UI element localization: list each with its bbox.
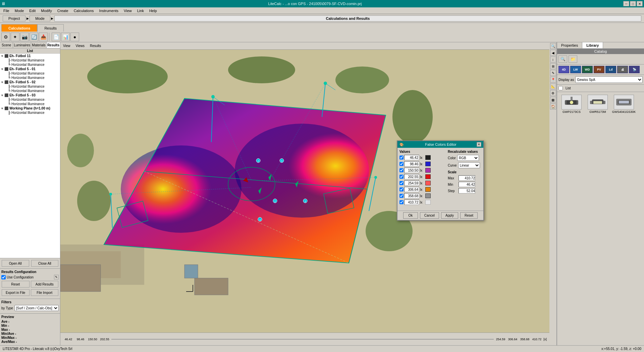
tab-calculations[interactable]: Calculations <box>1 24 37 32</box>
close-button[interactable]: ✕ <box>637 1 643 6</box>
tree-item-13[interactable]: ╠ Horizontal Illuminance <box>0 111 60 115</box>
menu-link[interactable]: Link <box>135 8 147 13</box>
toolbar-circle[interactable]: ● <box>70 33 79 41</box>
side-btn-7[interactable]: 📐 <box>550 83 556 89</box>
tree-item-5[interactable]: ╚ Horizontal Illuminance <box>0 76 60 80</box>
fce-step-input[interactable] <box>459 188 475 193</box>
left-tab-scene[interactable]: Scene <box>0 42 13 48</box>
fce-swatch-5[interactable] <box>425 187 431 192</box>
soft-icon-pv[interactable]: PV <box>594 66 604 73</box>
tree-item-10[interactable]: ╠ Horizontal Illuminance <box>0 97 60 102</box>
toolbar-camera[interactable]: 📷 <box>20 33 29 41</box>
fce-value-0[interactable] <box>404 155 419 160</box>
view-btn-results[interactable]: Results <box>89 44 102 48</box>
breadcrumb-mode[interactable]: Mode <box>30 15 50 21</box>
soft-icon-4d[interactable]: 4D <box>558 66 569 73</box>
side-btn-5[interactable]: ✎ <box>550 70 556 76</box>
fce-value-4[interactable] <box>404 180 419 186</box>
tree-item-0[interactable]: ▼ ⬛ Eh- Fútbol 11 <box>0 54 60 58</box>
toolbar-settings[interactable]: ⚙ <box>1 33 10 41</box>
tree-item-3[interactable]: ▼ ⬛ Eh- Fútbol 5 - 01 <box>0 67 60 71</box>
fce-value-5[interactable] <box>404 187 419 192</box>
side-btn-6[interactable]: 📍 <box>550 77 556 83</box>
breadcrumb-project[interactable]: Project <box>3 15 25 21</box>
open-all-button[interactable]: Open All <box>2 260 29 267</box>
fce-check-6[interactable] <box>399 194 404 198</box>
maximize-button[interactable]: □ <box>630 1 636 6</box>
left-tab-results[interactable]: Results <box>47 42 60 48</box>
toolbar-import[interactable]: 📥 <box>39 33 48 41</box>
soft-icon-ld[interactable]: Ld <box>605 66 616 73</box>
use-config-checkbox[interactable] <box>1 275 6 279</box>
config-edit-button[interactable]: ✎ <box>54 275 59 279</box>
side-btn-1[interactable]: 🔍 <box>550 43 556 49</box>
menu-instruments[interactable]: Instruments <box>97 8 121 13</box>
soft-icon-print[interactable]: 🖨 <box>617 66 628 73</box>
fce-check-7[interactable] <box>399 200 404 204</box>
fce-swatch-1[interactable] <box>425 162 431 166</box>
left-tab-luminaires[interactable]: Luminaires <box>13 42 31 48</box>
right-tab-properties[interactable]: Properties <box>557 42 582 48</box>
fce-curve-select[interactable]: Linear <box>458 162 480 168</box>
side-btn-10[interactable]: 🏠 <box>550 103 556 109</box>
fce-check-4[interactable] <box>399 181 404 185</box>
fce-check-5[interactable] <box>399 187 404 191</box>
side-btn-4[interactable]: ⊞ <box>550 63 556 69</box>
menu-mode[interactable]: Mode <box>12 8 27 13</box>
catalog-search-button[interactable]: 🔍 <box>558 55 567 63</box>
tree-item-6[interactable]: ▼ ⬛ Eh- Fútbol 5 - 02 <box>0 80 60 84</box>
list-checkbox[interactable] <box>558 86 563 90</box>
menu-calculations[interactable]: Calculations <box>71 8 97 13</box>
catalog-folder-button[interactable]: 📁 <box>569 55 577 63</box>
tree-item-2[interactable]: ╚ Horizontal Illuminance <box>0 62 60 67</box>
tree-item-11[interactable]: ╚ Horizontal Illuminance <box>0 102 60 106</box>
reset-button[interactable]: Reset <box>2 281 30 288</box>
tab-results[interactable]: Results <box>37 24 64 32</box>
side-btn-2[interactable]: ◀ <box>550 50 556 56</box>
fce-swatch-7[interactable] <box>425 200 431 205</box>
menu-modify[interactable]: Modify <box>38 8 54 13</box>
side-btn-8[interactable]: ⚙ <box>550 90 556 96</box>
fce-swatch-2[interactable] <box>425 168 431 173</box>
tree-item-4[interactable]: ╠ Horizontal Illuminance <box>0 71 60 76</box>
menu-view[interactable]: View <box>121 8 135 13</box>
fce-check-2[interactable] <box>399 168 404 172</box>
fce-color-select[interactable]: RGB <box>457 155 479 161</box>
tree-item-9[interactable]: ▼ ⬛ Eh- Fútbol 5 - 03 <box>0 93 60 97</box>
filter-type-select[interactable]: [Surf / Zoom / Calc-Obs] <box>14 305 59 311</box>
fce-ok-button[interactable]: Ok <box>403 212 418 219</box>
fce-value-7[interactable] <box>404 200 419 205</box>
menu-edit[interactable]: Edit <box>26 8 38 13</box>
tree-item-1[interactable]: ╠ Horizontal Illuminance <box>0 58 60 62</box>
close-all-button[interactable]: Close All <box>31 260 59 267</box>
toolbar-refresh[interactable]: 🔄 <box>30 33 38 41</box>
catalog-item-1[interactable]: GWR5173M <box>586 95 609 114</box>
toolbar-star[interactable]: ✦ <box>11 33 19 41</box>
add-results-button[interactable]: Add Results <box>31 281 59 288</box>
import-button[interactable]: File Import <box>31 289 59 296</box>
fce-swatch-6[interactable] <box>425 193 431 198</box>
toolbar-doc[interactable]: 📄 <box>52 33 60 41</box>
fce-apply-button[interactable]: Apply <box>441 212 458 219</box>
fce-value-1[interactable] <box>404 161 419 167</box>
catalog-item-2[interactable]: GWS4041GS30K <box>612 95 636 114</box>
fce-close-button[interactable]: ✕ <box>477 142 481 147</box>
view-btn-views[interactable]: Views <box>74 44 86 48</box>
soft-icon-wd[interactable]: WD <box>582 66 593 73</box>
tree-item-7[interactable]: ╠ Horizontal Illuminance <box>0 84 60 89</box>
display-as-select[interactable]: Gewiss SpA <box>575 76 643 83</box>
toolbar-chart[interactable]: 📊 <box>61 33 70 41</box>
fce-value-2[interactable] <box>404 168 419 173</box>
tree-item-12[interactable]: ▼ ⬛ Working Plane (h=1.00 m) <box>0 106 60 111</box>
right-tab-library[interactable]: Library <box>582 42 603 48</box>
soft-icon-lw[interactable]: LW <box>570 66 581 73</box>
tree-item-8[interactable]: ╚ Horizontal Illuminance <box>0 89 60 93</box>
left-tab-materials[interactable]: Materials <box>31 42 47 48</box>
fce-check-1[interactable] <box>399 162 404 166</box>
fce-swatch-4[interactable] <box>425 181 431 185</box>
fce-cancel-button[interactable]: Cancel <box>420 212 439 219</box>
soft-icon-network[interactable]: 📡 <box>629 66 640 73</box>
menu-help[interactable]: Help <box>147 8 160 13</box>
catalog-item-0[interactable]: GWP2173CS <box>560 95 583 114</box>
menu-file[interactable]: File <box>1 8 12 13</box>
